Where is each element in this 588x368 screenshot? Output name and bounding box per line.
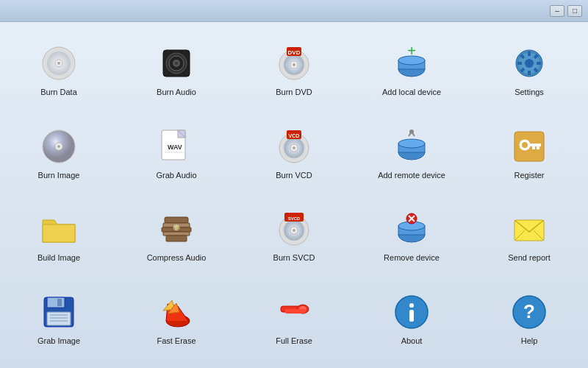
about-label: About [401,336,423,346]
remove-device-icon [392,210,431,248]
icon-item-send-report[interactable]: Send report [470,195,588,278]
register-icon [510,127,548,166]
svg-rect-58 [163,232,190,236]
build-image-icon [40,210,78,248]
grab-audio-icon: WAV [157,127,196,166]
add-local-device-label: Add local device [382,87,441,97]
svg-point-92 [409,303,414,308]
svg-point-8 [175,62,178,65]
burn-audio-icon [157,44,196,82]
svg-text:+: + [407,44,416,59]
register-label: Register [514,170,545,180]
svg-text:DVD: DVD [288,49,301,56]
svg-rect-53 [537,146,539,149]
add-remote-device-label: Add remote device [378,170,445,180]
icon-item-burn-image[interactable]: Burn Image [0,113,118,196]
icon-item-register[interactable]: Register [470,113,588,196]
svg-rect-54 [532,146,535,149]
burn-svcd-label: Burn SVCD [273,252,315,263]
help-icon: ? [510,293,548,331]
about-icon [392,293,431,331]
svg-point-3 [57,62,60,65]
burn-data-label: Burn Data [40,87,77,97]
icon-item-grab-audio[interactable]: WAV Grab Audio [118,113,235,196]
svg-point-21 [525,59,534,68]
svg-point-40 [293,146,295,149]
icon-item-about[interactable]: About [353,278,470,361]
burn-vcd-label: Burn VCD [276,170,312,180]
icon-item-burn-svcd[interactable]: SVCD Burn SVCD [235,195,353,278]
grab-image-label: Grab Image [37,336,80,346]
svg-rect-78 [47,297,65,308]
svg-rect-80 [47,312,71,325]
svg-point-51 [522,142,528,148]
svg-text:♪♫: ♪♫ [173,226,179,230]
compress-audio-icon: ♪♫ [157,210,196,248]
burn-data-icon [40,44,78,82]
burn-dvd-icon: DVD [275,44,313,82]
fast-erase-label: Fast Erase [157,336,196,346]
icon-item-remove-device[interactable]: Remove device [353,195,470,278]
window-controls: – □ [550,5,582,17]
svg-point-12 [293,63,295,66]
icon-item-build-image[interactable]: Build Image [0,195,118,278]
send-report-label: Send report [508,252,550,263]
burn-svcd-icon: SVCD [275,210,313,248]
burn-image-label: Burn Image [38,170,80,180]
compress-audio-label: Compress Audio [147,252,207,263]
svg-rect-55 [165,217,188,223]
icon-item-burn-audio[interactable]: Burn Audio [118,29,235,113]
grab-image-icon [40,293,78,331]
fast-erase-icon [157,293,196,331]
svg-text:VCD: VCD [289,133,300,138]
icon-item-burn-vcd[interactable]: VCD Burn VCD [235,113,353,196]
svg-rect-93 [409,310,414,322]
svg-text:WAV: WAV [168,144,182,151]
svg-rect-79 [57,299,62,306]
svg-rect-90 [285,309,306,314]
icon-grid: Burn Data Burn Audio DVD Burn DVD + Add [0,22,588,368]
remove-device-label: Remove device [384,252,440,263]
settings-icon [510,44,548,82]
minimize-button[interactable]: – [550,5,564,17]
icon-item-burn-data[interactable]: Burn Data [0,29,118,113]
send-report-icon [510,210,548,248]
svg-text:SVCD: SVCD [288,216,301,221]
build-image-label: Build Image [37,252,80,263]
icon-item-compress-audio[interactable]: ♪♫ Compress Audio [118,195,235,278]
burn-dvd-label: Burn DVD [276,87,312,97]
icon-item-full-erase[interactable]: Full Erase [235,278,353,361]
svg-point-65 [293,229,295,232]
svg-point-32 [57,145,60,148]
svg-rect-59 [166,236,187,241]
svg-point-45 [398,139,425,148]
icon-item-help[interactable]: ? Help [470,278,588,361]
icon-item-grab-image[interactable]: Grab Image [0,278,118,361]
grab-audio-label: Grab Audio [156,170,196,180]
full-erase-icon [275,293,313,331]
maximize-button[interactable]: □ [567,5,582,17]
settings-label: Settings [514,87,544,97]
burn-audio-label: Burn Audio [157,87,196,97]
icon-item-burn-dvd[interactable]: DVD Burn DVD [235,29,353,113]
svg-text:?: ? [523,300,535,322]
add-remote-device-icon [392,127,431,166]
burn-vcd-icon: VCD [275,127,313,166]
svg-point-48 [409,130,414,134]
icon-item-add-local-device[interactable]: + Add local device [353,29,470,113]
add-local-device-icon: + [392,44,431,82]
full-erase-label: Full Erase [276,336,312,346]
title-bar: – □ [0,0,588,22]
help-label: Help [521,336,538,346]
svg-rect-52 [529,144,541,146]
icon-item-settings[interactable]: Settings [470,29,588,113]
icon-item-fast-erase[interactable]: Fast Erase [118,278,235,361]
icon-item-add-remote-device[interactable]: Add remote device [353,113,470,196]
burn-image-icon [40,127,78,166]
